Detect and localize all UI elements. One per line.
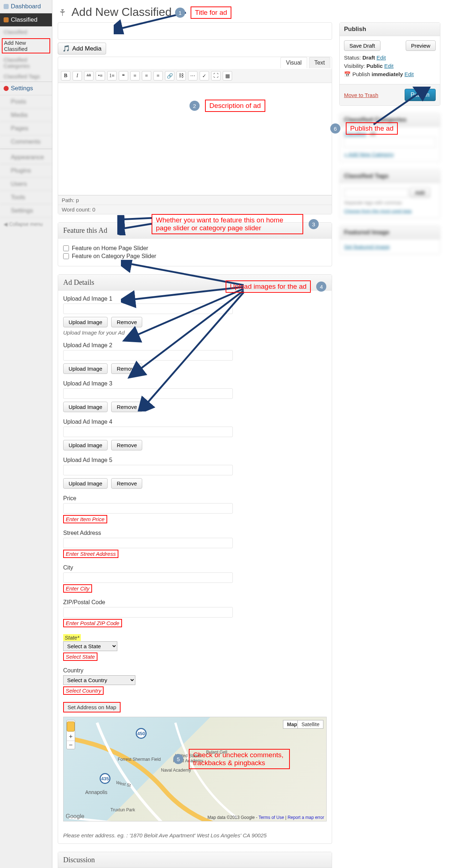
remove1-button[interactable]: Remove [111, 317, 142, 327]
fullscreen-button[interactable]: ⛶ [211, 71, 221, 80]
feature-category-row[interactable]: Feature on Category Page Slider [63, 253, 327, 259]
visibility-edit-link[interactable]: Edit [384, 63, 393, 69]
sidebar-item-users[interactable]: Users [0, 178, 52, 191]
unlink-button[interactable]: ⛓ [177, 71, 186, 80]
publish-button[interactable]: Publish [405, 89, 436, 101]
feature-home-row[interactable]: Feature on Home Page Slider [63, 245, 327, 252]
upload4-input[interactable] [63, 427, 233, 437]
align-right-button[interactable]: ≡ [153, 71, 163, 80]
map-label-usna: United States Naval Academy [172, 753, 204, 763]
visibility-row: Visibility: Public Edit [344, 63, 436, 69]
ol-button[interactable]: 1≡ [107, 71, 117, 80]
tab-visual[interactable]: Visual [280, 57, 307, 68]
preview-button[interactable]: Preview [406, 40, 436, 51]
remove3-button[interactable]: Remove [111, 402, 142, 412]
sidebar-item-appearance[interactable]: Appearance [0, 151, 52, 164]
editor-body[interactable] [58, 83, 332, 195]
sidebar-item-settings-plugin[interactable]: Settings [0, 82, 52, 95]
add-category-link[interactable]: + Add New Category [344, 151, 436, 157]
price-input[interactable] [63, 503, 233, 514]
street-input[interactable] [63, 538, 233, 548]
sidebar-sub-add-new[interactable]: Add New Classified [2, 38, 50, 53]
map-credit: Map data ©2013 Google - Terms of Use | R… [208, 815, 324, 820]
status-edit-link[interactable]: Edit [376, 54, 386, 61]
sidebar-item-dashboard[interactable]: Dashboard [0, 0, 52, 13]
sidebar-item-classified[interactable]: Classified [0, 13, 52, 27]
remove4-button[interactable]: Remove [111, 440, 142, 450]
sidebar-sub-tags[interactable]: Classified Tags [0, 71, 52, 82]
set-address-button[interactable]: Set Address on Map [63, 702, 121, 712]
upload1-input[interactable] [63, 304, 233, 314]
upload1-button[interactable]: Upload Image [63, 317, 108, 327]
sidebar-item-comments[interactable]: Comments [0, 135, 52, 149]
upload5-button[interactable]: Upload Image [63, 478, 108, 489]
quote-button[interactable]: ❝ [119, 71, 128, 80]
link-button[interactable]: 🔗 [165, 71, 174, 80]
categories-title: Classified Categories [340, 113, 440, 127]
upload3-label: Upload Ad Image 3 [63, 380, 327, 387]
italic-button[interactable]: I [73, 71, 82, 80]
schedule-row: 📅 Publish immediately Edit [344, 71, 436, 78]
zip-label: ZIP/Postal Code [63, 599, 327, 606]
align-left-button[interactable]: ≡ [130, 71, 140, 80]
tab-text[interactable]: Text [309, 57, 330, 68]
sidebar-item-media[interactable]: Media [0, 109, 52, 122]
zoom-in-button[interactable]: + [67, 733, 75, 741]
schedule-edit-link[interactable]: Edit [404, 71, 414, 77]
kitchensink-button[interactable]: ▦ [223, 71, 232, 80]
save-draft-button[interactable]: Save Draft [344, 40, 380, 51]
upload1-label: Upload Ad Image 1 [63, 296, 327, 302]
add-media-button[interactable]: 🎵Add Media [58, 43, 106, 54]
status-row: Status: Draft Edit [344, 54, 436, 61]
address-example: Please enter address. eg. : '1870 Beloit… [63, 832, 327, 838]
google-logo: Google [66, 813, 84, 820]
sidebar-item-tools[interactable]: Tools [0, 191, 52, 204]
align-center-button[interactable]: ≡ [142, 71, 151, 80]
calendar-icon: 📅 [344, 71, 351, 77]
more-button[interactable]: ⋯ [188, 71, 197, 80]
upload3-input[interactable] [63, 388, 233, 399]
publish-title: Publish [340, 23, 440, 36]
set-featured-image-link[interactable]: Set featured image [344, 244, 390, 250]
zoom-out-button[interactable]: − [67, 741, 75, 749]
map-terms-link[interactable]: Terms of Use [258, 815, 284, 820]
street-label: Street Address [63, 530, 327, 536]
state-select[interactable]: Select a State [63, 641, 117, 651]
remove2-button[interactable]: Remove [111, 363, 142, 374]
remove5-button[interactable]: Remove [111, 478, 142, 489]
bold-button[interactable]: B [61, 71, 70, 80]
spellcheck-button[interactable]: ✓ [200, 71, 209, 80]
sidebar-item-pages[interactable]: Pages [0, 122, 52, 135]
collapse-menu[interactable]: ◀ Collapse menu [0, 218, 52, 231]
upload3-button[interactable]: Upload Image [63, 402, 108, 412]
upload2-button[interactable]: Upload Image [63, 363, 108, 374]
zip-hint: Enter Postal ZIP Code [63, 619, 122, 627]
ul-button[interactable]: •≡ [96, 71, 105, 80]
strike-button[interactable]: ᴬᴮ [84, 71, 93, 80]
city-input[interactable] [63, 572, 233, 583]
map-zoom-control[interactable]: + − [66, 720, 75, 749]
country-select[interactable]: Select a Country [63, 675, 135, 685]
sidebar-sub-categories[interactable]: Classified Categories [0, 54, 52, 71]
tags-choose-link[interactable]: Choose from the most used tags [344, 208, 436, 214]
pegman-icon[interactable] [67, 721, 75, 732]
title-input[interactable] [58, 22, 332, 40]
zip-input[interactable] [63, 607, 233, 618]
upload5-input[interactable] [63, 465, 233, 475]
upload4-button[interactable]: Upload Image [63, 440, 108, 450]
map-widget[interactable]: + − Map Satellite 450 435 Forrest Sherma… [63, 717, 327, 821]
map-report-link[interactable]: Report a map error [288, 815, 324, 820]
sidebar-item-posts[interactable]: Posts [0, 95, 52, 109]
category-list[interactable] [344, 137, 436, 148]
move-to-trash-link[interactable]: Move to Trash [344, 92, 378, 98]
map-type-satellite[interactable]: Satellite [297, 720, 323, 729]
feature-home-checkbox[interactable] [63, 245, 69, 251]
upload2-input[interactable] [63, 350, 233, 361]
feature-category-checkbox[interactable] [63, 253, 69, 259]
tags-input[interactable] [344, 188, 408, 197]
sidebar-sub-classified[interactable]: Classified [0, 27, 52, 37]
sidebar-item-plugins[interactable]: Plugins [0, 164, 52, 178]
categories-box: Classified Categories Classified All + A… [339, 113, 440, 162]
sidebar-item-settings[interactable]: Settings [0, 204, 52, 218]
tags-add-button[interactable]: Add [410, 187, 430, 198]
